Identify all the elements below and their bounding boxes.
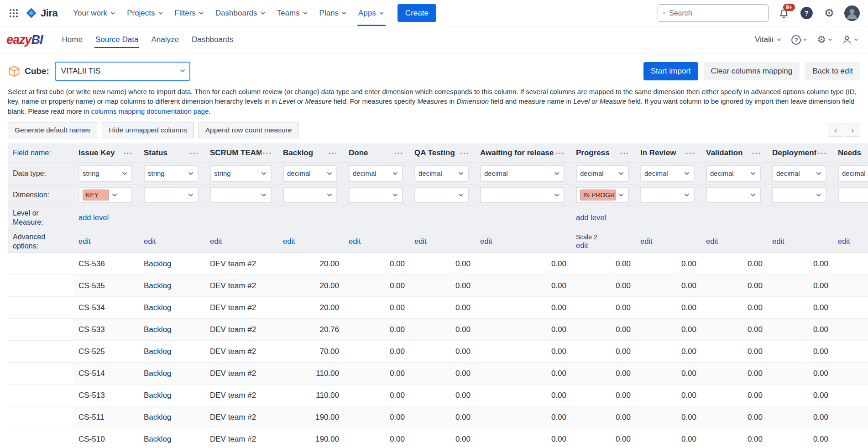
eazybi-help-menu-button[interactable]: ?: [791, 35, 808, 45]
column-name: QA Testing: [414, 148, 455, 158]
data-type-value: decimal: [287, 169, 326, 177]
data-type-select[interactable]: decimal: [349, 165, 403, 182]
profile-avatar[interactable]: [844, 5, 860, 21]
cube-name-input[interactable]: [55, 62, 190, 81]
table-row: CS-536BacklogDEV team #220.000.000.000.0…: [8, 253, 868, 275]
top-nav-projects[interactable]: Projects: [121, 0, 169, 26]
account-menu-button[interactable]: Vitalii: [755, 35, 782, 44]
add-level-link[interactable]: add level: [576, 213, 606, 222]
settings-button[interactable]: ⚙: [821, 5, 837, 21]
column-menu-button[interactable]: ⋯: [619, 148, 630, 158]
column-menu-button[interactable]: ⋯: [816, 148, 827, 158]
tab-home[interactable]: Home: [56, 26, 89, 53]
data-type-select[interactable]: decimal: [838, 165, 868, 182]
dimension-select[interactable]: IN PROGRESS: [576, 187, 629, 203]
dimension-select[interactable]: [640, 187, 695, 203]
clear-columns-mapping-button[interactable]: Clear columns mapping: [704, 62, 800, 80]
advanced-edit-link[interactable]: edit: [772, 237, 784, 246]
dimension-select[interactable]: [706, 187, 761, 203]
chevron-down-icon: [617, 170, 625, 177]
top-nav-your-work[interactable]: Your work: [68, 0, 121, 26]
top-nav-plans[interactable]: Plans: [314, 0, 353, 26]
data-type-select[interactable]: string: [144, 165, 199, 182]
tab-dashboards[interactable]: Dashboards: [185, 26, 240, 53]
column-menu-button[interactable]: ⋯: [122, 148, 133, 158]
dimension-select[interactable]: [349, 187, 403, 203]
table-cell: CS-536: [73, 253, 139, 275]
pager-next-button[interactable]: ›: [845, 123, 860, 137]
dimension-select[interactable]: [414, 187, 469, 203]
documentation-link[interactable]: columns mapping documentation page: [91, 107, 209, 115]
data-type-select[interactable]: decimal: [480, 165, 565, 182]
eazybi-users-menu-button[interactable]: [842, 35, 859, 45]
column-menu-button[interactable]: ⋯: [459, 148, 470, 158]
data-type-select[interactable]: string: [78, 165, 132, 182]
add-level-link[interactable]: add level: [78, 213, 109, 222]
chevron-down-icon: [457, 191, 465, 199]
column-menu-button[interactable]: ⋯: [188, 148, 199, 158]
advanced-edit-link[interactable]: edit: [706, 237, 718, 246]
dimension-select[interactable]: [480, 187, 565, 203]
data-type-select[interactable]: decimal: [640, 165, 695, 182]
top-nav-teams[interactable]: Teams: [272, 0, 314, 26]
data-type-select[interactable]: decimal: [283, 165, 337, 182]
start-import-button[interactable]: Start import: [643, 62, 698, 80]
column-menu-button[interactable]: ⋯: [685, 148, 695, 158]
jira-logo[interactable]: Jira: [26, 7, 58, 19]
top-nav-apps[interactable]: Apps: [353, 0, 390, 26]
data-type-select[interactable]: string: [210, 165, 272, 182]
column-menu-button[interactable]: ⋯: [751, 148, 762, 158]
advanced-edit-link[interactable]: edit: [78, 237, 91, 246]
advanced-edit-link[interactable]: edit: [414, 237, 427, 246]
dimension-select[interactable]: [144, 187, 199, 203]
column-menu-button[interactable]: ⋯: [261, 148, 272, 158]
table-cell: 0.00: [344, 319, 409, 341]
data-type-select[interactable]: decimal: [706, 165, 761, 182]
column-menu-button[interactable]: ⋯: [554, 148, 565, 158]
app-switcher-button[interactable]: [5, 4, 23, 22]
dimension-select[interactable]: [283, 187, 337, 203]
app-tabs: HomeSource DataAnalyzeDashboards: [56, 26, 240, 53]
dimension-select[interactable]: [772, 187, 826, 203]
source-data-page: Cube: Start import Clear columns mapping…: [0, 62, 868, 448]
eazybi-logo[interactable]: eazy BI: [6, 26, 43, 53]
global-search[interactable]: [658, 4, 769, 22]
tab-analyze[interactable]: Analyze: [145, 26, 185, 53]
table-cell: 0.00: [344, 253, 409, 275]
dimension-select[interactable]: KEY: [78, 187, 132, 203]
table-row: CS-535BacklogDEV team #220.000.000.000.0…: [8, 275, 868, 297]
advanced-edit-link[interactable]: edit: [640, 237, 653, 246]
toolbar-hide-unmapped-columns-button[interactable]: Hide unmapped columns: [102, 122, 193, 138]
table-cell: 0.00: [701, 428, 767, 448]
search-input[interactable]: [669, 9, 763, 17]
advanced-edit-link[interactable]: edit: [480, 237, 492, 246]
advanced-edit-link[interactable]: edit: [838, 237, 850, 246]
toolbar-append-row-count-measure-button[interactable]: Append row count measure: [199, 122, 299, 138]
tab-source-data[interactable]: Source Data: [89, 26, 145, 53]
back-to-edit-button[interactable]: Back to edit: [805, 62, 860, 80]
table-cell: 0.00: [344, 363, 409, 385]
description-text: field and measure name in: [489, 97, 573, 105]
column-menu-button[interactable]: ⋯: [393, 148, 404, 158]
create-button[interactable]: Create: [397, 4, 436, 22]
advanced-edit-link[interactable]: edit: [283, 237, 295, 246]
top-nav-filters[interactable]: Filters: [169, 0, 210, 26]
top-nav-dashboards[interactable]: Dashboards: [210, 0, 272, 26]
data-type-select[interactable]: decimal: [414, 165, 469, 182]
dimension-select[interactable]: [210, 187, 272, 203]
help-button[interactable]: ?: [799, 5, 814, 21]
dimension-select[interactable]: [838, 187, 868, 203]
advanced-edit-link[interactable]: edit: [144, 237, 156, 246]
eazybi-settings-menu-button[interactable]: ⚙: [817, 35, 833, 45]
advanced-edit-link[interactable]: edit: [210, 237, 222, 246]
toolbar-generate-default-names-button[interactable]: Generate default names: [8, 122, 97, 138]
notifications-button[interactable]: 9+: [776, 5, 791, 21]
pager-prev-button[interactable]: ‹: [828, 123, 843, 137]
column-header: QA Testing⋯: [409, 143, 475, 163]
column-menu-button[interactable]: ⋯: [327, 148, 338, 158]
advanced-edit-link[interactable]: edit: [349, 237, 361, 246]
advanced-edit-link[interactable]: edit: [576, 241, 588, 250]
data-type-select[interactable]: decimal: [576, 165, 629, 182]
table-cell: Backlog: [139, 341, 205, 363]
data-type-select[interactable]: decimal: [772, 165, 826, 182]
